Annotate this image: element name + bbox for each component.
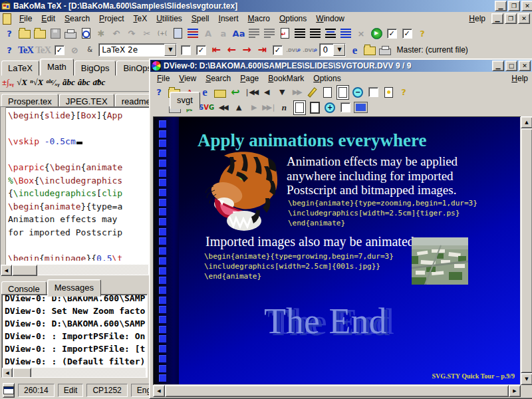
counter-combobox[interactable]: 0▼ (319, 43, 346, 57)
math-symbol-1[interactable]: √X (17, 77, 27, 88)
code-editor[interactable]: \begin{slide}[Box]{App \vskip -0.5cm \pa… (0, 106, 150, 275)
dview-minimize-button[interactable]: ▁ (492, 61, 504, 71)
format-combobox[interactable]: LaTeX 2e▼ (98, 43, 177, 57)
tex-mode-off-icon[interactable]: TeX (35, 43, 51, 57)
format-combobox[interactable]: LaTeX 2e▼ (98, 43, 177, 57)
child-close-button[interactable]: ✕ (518, 13, 530, 24)
dview-menu-options[interactable]: Options (309, 72, 345, 84)
ie-preview-icon[interactable]: e (348, 43, 361, 57)
redo-icon[interactable]: ↷ (125, 27, 138, 40)
sort-lines-icon[interactable] (186, 27, 200, 40)
math-symbol-6[interactable]: a͞bc (93, 77, 106, 88)
math-symbol-4[interactable]: ãbc (63, 77, 75, 88)
tab-math[interactable]: Math (40, 59, 74, 76)
save-icon[interactable] (49, 27, 62, 40)
scroll-left-icon[interactable]: ◀ (153, 385, 165, 397)
print-icon[interactable] (64, 27, 77, 40)
restore-button[interactable]: ❐ (508, 1, 520, 11)
scroll-track[interactable] (37, 265, 148, 275)
font-upper-icon[interactable]: A (201, 27, 215, 40)
menu-help[interactable]: Help (464, 13, 490, 25)
math-symbol-5[interactable]: âbc (78, 77, 90, 88)
nav-first-icon[interactable]: ⇤ (209, 43, 223, 57)
console-toggle-button[interactable] (3, 383, 15, 398)
resize-grip[interactable] (521, 385, 531, 396)
console-hscrollbar[interactable]: ◀ (2, 368, 146, 377)
page-frame-icon[interactable] (336, 86, 349, 99)
cut-icon[interactable]: ✂ (140, 27, 154, 40)
prev-page-icon[interactable]: ◀ (259, 86, 273, 99)
close-button[interactable]: ✕ (521, 1, 532, 11)
scroll-up-icon[interactable]: ▲ (521, 116, 532, 128)
paste-icon[interactable] (171, 27, 184, 40)
first-page-icon[interactable]: ❘◀◀ (244, 86, 257, 99)
clear-format-icon[interactable]: × (354, 27, 368, 40)
open-file-icon[interactable] (18, 27, 31, 40)
scroll-right-icon[interactable]: ▶ (509, 385, 521, 397)
editor-hscrollbar[interactable]: ◀ (1, 265, 148, 275)
page-single-icon[interactable] (321, 86, 334, 99)
menu-search[interactable]: Search (60, 13, 94, 25)
menu-options[interactable]: Options (275, 13, 311, 25)
forward-icon[interactable]: ▶ (247, 101, 260, 114)
tex-mode-icon[interactable]: TeX (18, 43, 33, 57)
help-icon[interactable]: ? (152, 86, 166, 99)
math-symbol-0[interactable]: ±∫ₓᵧ (2, 77, 14, 88)
fit-page-icon[interactable] (293, 101, 306, 114)
child-minimize-button[interactable]: ▁ (491, 13, 503, 24)
zoom-in-icon[interactable]: + (323, 101, 336, 114)
page-down-icon[interactable]: ▼ (275, 86, 288, 99)
tex-checkbox[interactable]: ✓ (53, 43, 66, 57)
recycle-icon[interactable]: ✱ (94, 27, 108, 40)
help-icon[interactable]: ? (3, 27, 16, 40)
minimize-button[interactable]: ▁ (495, 1, 507, 11)
ampersand-icon[interactable]: & (83, 43, 96, 57)
page-refresh-icon[interactable] (382, 86, 395, 99)
page-up-icon[interactable]: ▲ (231, 101, 245, 114)
scroll-thumb[interactable] (165, 385, 509, 397)
scroll-left-icon[interactable]: ◀ (2, 368, 13, 378)
annotate-pen-icon[interactable] (305, 86, 319, 99)
font-lower-icon[interactable]: a (217, 27, 230, 40)
option1-checkbox[interactable]: ✓ (385, 27, 398, 40)
menu-spell[interactable]: Spell (187, 13, 214, 25)
help-icon[interactable]: ? (3, 43, 16, 57)
nav-prev-icon[interactable]: ← (225, 43, 238, 57)
chevron-down-icon[interactable]: ▼ (164, 44, 176, 56)
menu-macro[interactable]: Macro (243, 13, 275, 25)
scroll-left-icon[interactable]: ◀ (1, 265, 12, 276)
dvi-view-icon[interactable]: .DVI⌕ (286, 43, 301, 57)
nav-last-icon[interactable]: ⇥ (255, 43, 269, 57)
menu-project[interactable]: Project (94, 13, 128, 25)
page-number-icon[interactable]: n (277, 101, 291, 114)
dview-menu-search[interactable]: Search (201, 72, 235, 84)
svg-export-icon[interactable]: SVG (199, 101, 214, 114)
option2-checkbox[interactable]: ✓ (400, 27, 414, 40)
dview-close-button[interactable]: ✕ (519, 61, 531, 71)
file-tab-svgt[interactable]: svgt (170, 92, 200, 109)
combo-check2[interactable]: ✓ (194, 43, 207, 57)
context-help-icon[interactable]: ? (416, 27, 429, 40)
combo-check1[interactable] (179, 43, 192, 57)
menu-file[interactable]: File (15, 13, 37, 25)
typewriter-icon[interactable] (213, 86, 227, 99)
dview-menu-page[interactable]: Page (235, 72, 263, 84)
menu-utilities[interactable]: Utilities (152, 13, 187, 25)
view-checkbox-1[interactable] (366, 86, 380, 99)
menu-window[interactable]: Window (311, 13, 349, 25)
insert-page-icon[interactable]: ↵ (278, 27, 291, 40)
last-page-icon[interactable]: ▶▶❘ (262, 101, 275, 114)
nav-next-icon[interactable]: → (240, 43, 253, 57)
math-symbol-2[interactable]: ⁿ√X (30, 77, 43, 88)
console-tab-messages[interactable]: Messages (47, 279, 101, 297)
display-setup-icon[interactable] (354, 101, 367, 114)
para-reformat-icon[interactable] (263, 27, 276, 40)
menu-insert[interactable]: Insert (214, 13, 243, 25)
font-case-icon[interactable]: Aa (232, 27, 245, 40)
dview-hscrollbar[interactable]: ◀ ▶ (153, 385, 521, 396)
dview-menu-view[interactable]: View (174, 72, 201, 84)
scroll-thumb[interactable] (12, 265, 37, 276)
scroll-thumb[interactable] (521, 128, 532, 373)
menu-edit[interactable]: Edit (37, 13, 60, 25)
counter-combobox[interactable]: 0▼ (319, 43, 346, 57)
